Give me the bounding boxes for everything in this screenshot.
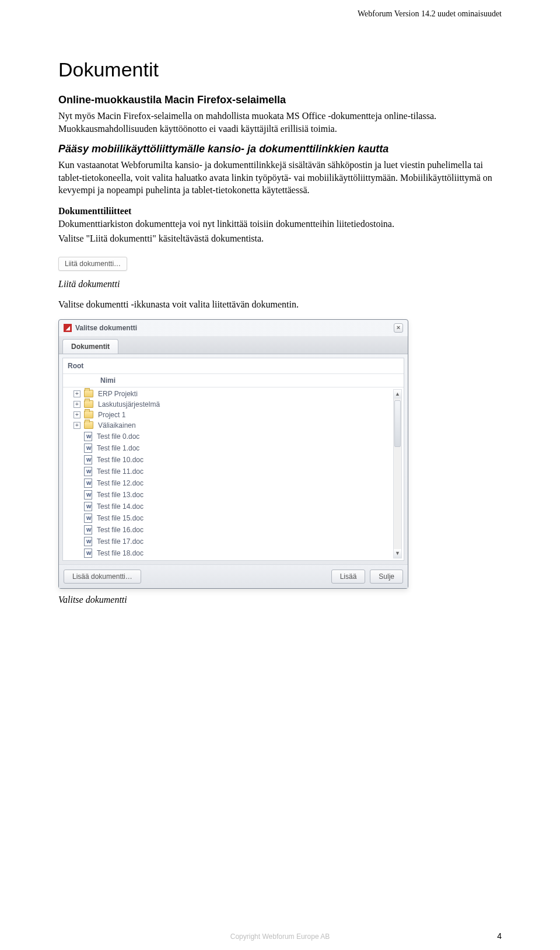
word-doc-icon bbox=[84, 432, 92, 441]
word-doc-icon bbox=[84, 537, 92, 546]
expand-spacer bbox=[74, 503, 80, 510]
close-icon[interactable]: × bbox=[394, 323, 403, 333]
row-label: Test file 12.doc bbox=[96, 479, 144, 487]
expand-spacer bbox=[74, 491, 80, 498]
row-label: Väliaikainen bbox=[97, 421, 136, 429]
row-label: Test file 14.doc bbox=[96, 502, 144, 511]
folder-icon bbox=[84, 411, 93, 418]
choose-doc-instruction: Valitse dokumentti -ikkunasta voit valit… bbox=[58, 298, 502, 311]
page-title: Dokumentit bbox=[58, 58, 502, 81]
expand-icon[interactable]: + bbox=[74, 401, 80, 408]
expand-spacer bbox=[74, 538, 80, 545]
select-document-dialog: ◢ Valitse dokumentti × Dokumentit Root N… bbox=[58, 319, 408, 589]
tree-folder-row[interactable]: +Laskutusjärjestelmä bbox=[63, 399, 404, 410]
expand-icon[interactable]: + bbox=[74, 422, 80, 429]
folder-icon bbox=[84, 400, 93, 408]
expand-icon[interactable]: + bbox=[74, 411, 80, 418]
section3-p1: Dokumenttiarkiston dokumentteja voi nyt … bbox=[58, 219, 394, 229]
section3-heading: Dokumenttiliitteet bbox=[58, 206, 131, 216]
row-label: Test file 0.doc bbox=[96, 432, 139, 441]
row-label: Test file 18.doc bbox=[96, 549, 144, 557]
word-doc-icon bbox=[84, 549, 92, 558]
tree-file-row[interactable]: Test file 16.doc bbox=[63, 524, 404, 536]
scroll-thumb[interactable] bbox=[394, 400, 401, 447]
expand-spacer bbox=[74, 480, 80, 487]
tree-file-row[interactable]: Test file 17.doc bbox=[63, 536, 404, 547]
section1-heading: Online-muokkaustila Macin Firefox-selaim… bbox=[58, 94, 502, 106]
row-label: Test file 1.doc bbox=[96, 444, 139, 452]
section3-p2: Valitse "Liitä dokumentti" käsiteltäväst… bbox=[58, 232, 502, 245]
tree-folder-row[interactable]: +Väliaikainen bbox=[63, 420, 404, 431]
word-doc-icon bbox=[84, 525, 92, 535]
caption-attach: Liitä dokumentti bbox=[58, 278, 502, 291]
expand-spacer bbox=[74, 550, 80, 557]
dialog-title-text: Valitse dokumentti bbox=[75, 324, 137, 332]
expand-spacer bbox=[74, 468, 80, 475]
tree-file-row[interactable]: Test file 0.doc bbox=[63, 431, 404, 442]
tree-file-row[interactable]: Test file 14.doc bbox=[63, 501, 404, 512]
add-document-button[interactable]: Lisää dokumentti… bbox=[64, 570, 141, 584]
row-label: Test file 17.doc bbox=[96, 537, 144, 546]
tree-root[interactable]: Root bbox=[63, 358, 404, 374]
footer-copyright: Copyright Webforum Europe AB bbox=[0, 932, 560, 941]
close-button[interactable]: Sulje bbox=[370, 570, 403, 584]
word-doc-icon bbox=[84, 502, 92, 511]
caption-select-doc: Valitse dokumentti bbox=[58, 593, 502, 606]
tree-file-row[interactable]: Test file 13.doc bbox=[63, 489, 404, 501]
expand-spacer bbox=[74, 526, 80, 533]
tree-file-row[interactable]: Test file 15.doc bbox=[63, 512, 404, 524]
expand-spacer bbox=[74, 456, 80, 463]
page-number: 4 bbox=[497, 931, 502, 941]
row-label: Laskutusjärjestelmä bbox=[97, 400, 160, 408]
tree-file-row[interactable]: Test file 1.doc bbox=[63, 442, 404, 454]
scrollbar[interactable]: ▲ ▼ bbox=[393, 389, 402, 558]
expand-spacer bbox=[74, 445, 80, 452]
column-header-name: Nimi bbox=[100, 376, 116, 385]
tab-documents[interactable]: Dokumentit bbox=[62, 339, 118, 354]
word-doc-icon bbox=[84, 479, 92, 488]
tree-file-row[interactable]: Test file 18.doc bbox=[63, 547, 404, 559]
section2-heading: Pääsy mobiilikäyttöliittymälle kansio- j… bbox=[58, 143, 502, 155]
word-doc-icon bbox=[84, 514, 92, 523]
expand-spacer bbox=[74, 515, 80, 522]
section1-p1: Nyt myös Macin Firefox-selaimella on mah… bbox=[58, 110, 502, 135]
attach-document-button[interactable]: Liitä dokumentti… bbox=[58, 257, 127, 271]
word-doc-icon bbox=[84, 443, 92, 453]
tree-folder-row[interactable]: +Project 1 bbox=[63, 410, 404, 420]
app-logo-icon: ◢ bbox=[64, 324, 72, 332]
scroll-up-icon[interactable]: ▲ bbox=[394, 390, 401, 399]
row-label: Test file 13.doc bbox=[96, 491, 144, 499]
row-label: Project 1 bbox=[97, 411, 125, 419]
expand-spacer bbox=[74, 433, 80, 440]
word-doc-icon bbox=[84, 467, 92, 476]
row-label: Test file 11.doc bbox=[96, 467, 144, 476]
tree-folder-row[interactable]: +ERP Projekti bbox=[63, 389, 404, 399]
scroll-down-icon[interactable]: ▼ bbox=[394, 549, 401, 558]
header-version: Webforum Version 14.2 uudet ominaisuudet bbox=[358, 9, 502, 19]
folder-icon bbox=[84, 421, 93, 429]
row-label: Test file 10.doc bbox=[96, 456, 144, 464]
folder-icon bbox=[84, 390, 93, 397]
section2-p1: Kun vastaanotat Webforumilta kansio- ja … bbox=[58, 159, 502, 197]
tree-file-row[interactable]: Test file 11.doc bbox=[63, 466, 404, 477]
word-doc-icon bbox=[84, 490, 92, 500]
row-label: Test file 15.doc bbox=[96, 514, 144, 522]
word-doc-icon bbox=[84, 455, 92, 464]
tree-file-row[interactable]: Test file 10.doc bbox=[63, 454, 404, 466]
row-label: ERP Projekti bbox=[97, 390, 138, 398]
expand-icon[interactable]: + bbox=[74, 390, 80, 397]
tree-file-row[interactable]: Test file 12.doc bbox=[63, 477, 404, 489]
add-button[interactable]: Lisää bbox=[331, 570, 366, 584]
row-label: Test file 16.doc bbox=[96, 526, 144, 534]
